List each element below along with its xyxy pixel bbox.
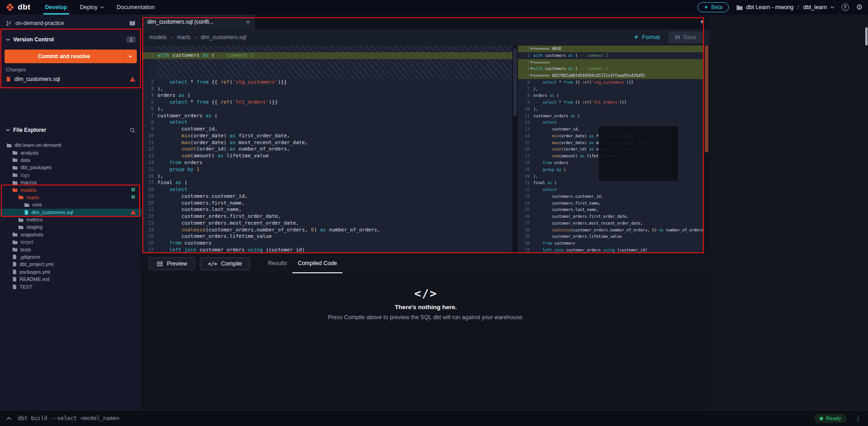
code-line: 16), — [142, 173, 512, 180]
code-line: 11customer_orders as ( — [518, 113, 703, 120]
tree-item-core[interactable]: core — [0, 201, 141, 208]
tree-item-TEST[interactable]: TEST — [0, 283, 141, 290]
chevron-up-icon[interactable] — [6, 417, 11, 420]
breadcrumb-models[interactable]: models — [149, 34, 167, 40]
breadcrumb-marts[interactable]: marts — [177, 34, 191, 40]
editor-tab[interactable]: dim_customers.sql (confli... × — [142, 15, 256, 29]
format-button[interactable]: Format — [633, 34, 660, 40]
tree-item-logs[interactable]: logs — [0, 171, 141, 179]
code-line: 4orders as ( — [142, 92, 512, 99]
code-line: 3+======= — [518, 59, 703, 66]
file-icon — [24, 210, 29, 215]
docs-book-icon[interactable] — [129, 20, 135, 26]
tree-item-label: dbt_project.yml — [20, 261, 54, 267]
folder-icon — [12, 157, 18, 162]
tree-item-macros[interactable]: macros — [0, 179, 141, 186]
nav-develop[interactable]: Develop — [39, 0, 74, 15]
nav-documentation[interactable]: Documentation — [110, 0, 161, 15]
kebab-menu-icon[interactable]: ⋮ — [855, 414, 862, 422]
tree-item-label: target — [20, 239, 33, 245]
tree-item-label: core — [32, 202, 42, 207]
beta-badge[interactable]: ✦ Beta — [697, 2, 729, 12]
pane-divider[interactable] — [512, 45, 518, 254]
search-icon[interactable] — [130, 127, 135, 133]
tree-item-staging[interactable]: staging — [0, 223, 141, 231]
empty-state-title: There's nothing here. — [395, 304, 457, 311]
git-branch-row[interactable]: on-demand-practice — [0, 16, 141, 30]
tab-results[interactable]: Results — [262, 254, 292, 273]
tab-compiled-code[interactable]: Compiled Code — [292, 254, 342, 273]
folder-icon — [12, 150, 18, 155]
left-pane-scrollbar-thumb[interactable] — [513, 48, 517, 116]
settings-gear-icon[interactable]: ⚙ — [856, 4, 863, 11]
folder-icon — [6, 143, 12, 148]
commit-dropdown-caret[interactable] — [123, 50, 137, 63]
tree-item-marts[interactable]: martsM — [0, 194, 141, 201]
preview-button[interactable]: Preview — [149, 257, 195, 270]
dbt-logo[interactable]: dbt — [5, 3, 30, 12]
code-line: 3), — [142, 86, 512, 93]
tree-item-packages.yml[interactable]: packages.yml — [0, 268, 141, 276]
editor-tab-label: dim_customers.sql (confli... — [147, 19, 213, 25]
tree-item-label: staging — [26, 224, 42, 230]
code-icon: </> — [208, 261, 217, 267]
project-selector[interactable]: dbt Learn - mwong / dbt_learn — [736, 4, 834, 10]
diff-filler-row — [142, 45, 512, 52]
save-button[interactable]: Save — [668, 31, 703, 43]
help-icon[interactable]: ? — [842, 4, 849, 11]
code-line: 15 group by 1 — [142, 166, 512, 173]
nav-deploy[interactable]: Deploy — [74, 0, 110, 15]
folder-icon — [12, 165, 18, 170]
code-line: 30 from customers — [518, 240, 703, 247]
tree-item-label: .gitignore — [20, 254, 40, 260]
changed-file-row[interactable]: dim_customers.sql — [0, 74, 141, 84]
tree-item-metrics[interactable]: metrics — [0, 216, 141, 223]
tree-item-analysis[interactable]: analysis — [0, 149, 141, 156]
editor-pane-current[interactable]: 1with customers as ( -- comment 22 selec… — [142, 45, 512, 254]
top-navbar: dbt DevelopDeployDocumentation ✦ Beta db… — [0, 0, 868, 15]
tree-item-models[interactable]: modelsM — [0, 186, 141, 193]
save-icon — [675, 35, 680, 40]
tree-item-.gitignore[interactable]: .gitignore — [0, 253, 141, 261]
new-tab-button[interactable]: + — [694, 15, 710, 29]
file-explorer-header[interactable]: File Explorer — [0, 124, 141, 136]
scrollbar-diff-marker[interactable] — [705, 45, 708, 152]
code-line: 21 customers.last_name, — [142, 206, 512, 213]
command-bar: dbt build --select <model_name> Ready ⋮ — [0, 410, 868, 426]
code-line: 12 select — [518, 119, 703, 126]
changes-section-label: Changes — [0, 67, 141, 72]
folder-icon — [12, 240, 18, 245]
commit-and-resolve-button[interactable]: Commit and resolve — [5, 50, 137, 63]
editor-scrollbar[interactable] — [703, 45, 710, 254]
tree-item-data[interactable]: data — [0, 156, 141, 164]
folder-icon — [12, 172, 18, 177]
version-control-header[interactable]: Version Control 1 — [0, 34, 141, 45]
tree-item-snapshots[interactable]: snapshots — [0, 231, 141, 238]
tree-item-label: models — [20, 187, 36, 193]
tree-item-tests[interactable]: tests — [0, 246, 141, 253]
beta-label: Beta — [711, 4, 722, 10]
tree-item-target[interactable]: target — [0, 238, 141, 246]
command-input[interactable]: dbt build --select <model_name> — [18, 415, 120, 421]
tree-item-dbt_project.yml[interactable]: dbt_project.yml — [0, 261, 141, 268]
tree-item-dbt-learn-on-demand[interactable]: dbt-learn-on-demand — [0, 141, 141, 149]
diff-filler-row — [142, 72, 512, 79]
breadcrumb-dim_customers.sql[interactable]: dim_customers.sql — [201, 34, 246, 40]
folder-icon — [12, 247, 18, 252]
environment-name: dbt_learn — [803, 4, 827, 10]
code-line: 5 select * from {{ ref('fct_orders')}} — [142, 99, 512, 106]
results-panel: </> There's nothing here. Press Compile … — [142, 273, 710, 410]
tree-item-README.md[interactable]: README.md — [0, 276, 141, 283]
commit-button-label[interactable]: Commit and resolve — [5, 50, 123, 63]
code-icon-large: </> — [414, 287, 437, 300]
editor-area: dim_customers.sql (confli... × + models›… — [142, 15, 710, 410]
code-line: 26 from customers — [142, 240, 512, 247]
code-line: 24 customers.first_name, — [518, 200, 703, 207]
folder-icon — [12, 180, 18, 185]
tree-item-label: packages.yml — [20, 269, 50, 275]
tree-item-dbt_packages[interactable]: dbt_packages — [0, 164, 141, 171]
compile-button[interactable]: </> Compile — [200, 257, 250, 270]
tree-item-dim_customers.sql[interactable]: dim_customers.sql — [0, 209, 141, 216]
window-scrollbar-thumb[interactable] — [865, 27, 868, 45]
tab-close-icon[interactable]: × — [246, 19, 250, 25]
